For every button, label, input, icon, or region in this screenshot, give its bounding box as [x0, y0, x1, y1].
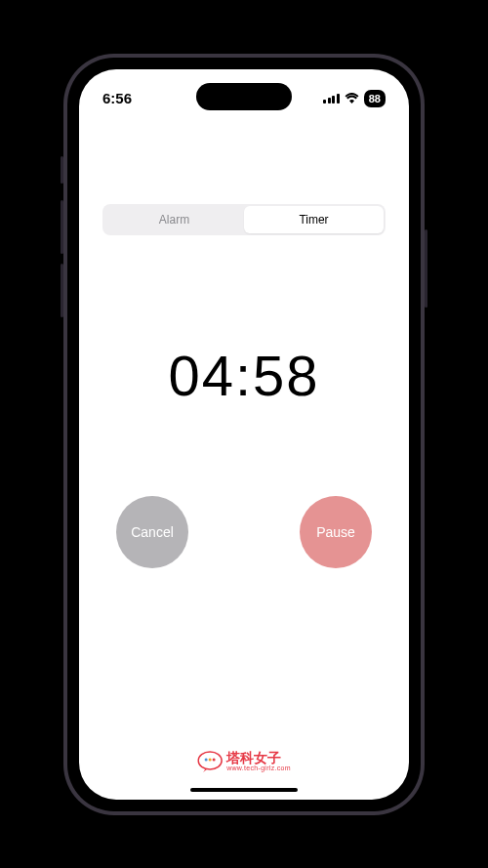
- app-content: Alarm Timer 04:58 Cancel Pause: [79, 116, 409, 800]
- pause-button[interactable]: Pause: [300, 496, 372, 568]
- svg-point-3: [213, 758, 216, 761]
- battery-level: 88: [369, 93, 381, 104]
- status-time: 6:56: [102, 90, 132, 106]
- logo-title: 塔科女子: [226, 751, 291, 765]
- cellular-signal-icon: [323, 94, 340, 103]
- power-button: [425, 229, 427, 308]
- home-indicator[interactable]: [190, 788, 298, 792]
- mode-segmented-control: Alarm Timer: [102, 204, 386, 235]
- logo-icon: [197, 751, 223, 772]
- silent-switch: [61, 156, 63, 184]
- logo-url: www.tech-girlz.com: [226, 765, 291, 771]
- wifi-icon: [345, 93, 359, 103]
- watermark-logo: 塔科女子 www.tech-girlz.com: [197, 751, 291, 772]
- logo-text: 塔科女子 www.tech-girlz.com: [226, 751, 291, 771]
- phone-frame: 6:56 88: [63, 54, 425, 815]
- tab-alarm[interactable]: Alarm: [104, 206, 244, 233]
- screen: 6:56 88: [79, 69, 409, 800]
- cancel-button[interactable]: Cancel: [116, 496, 188, 568]
- dynamic-island: [196, 83, 292, 110]
- phone-bezel: 6:56 88: [67, 58, 421, 811]
- svg-point-1: [205, 758, 208, 761]
- volume-up-button: [61, 200, 63, 254]
- svg-point-2: [209, 758, 212, 761]
- timer-controls: Cancel Pause: [102, 496, 386, 568]
- volume-down-button: [61, 264, 63, 317]
- status-indicators: 88: [323, 90, 386, 107]
- battery-indicator: 88: [364, 90, 386, 107]
- tab-timer[interactable]: Timer: [244, 206, 384, 233]
- timer-countdown: 04:58: [102, 343, 386, 408]
